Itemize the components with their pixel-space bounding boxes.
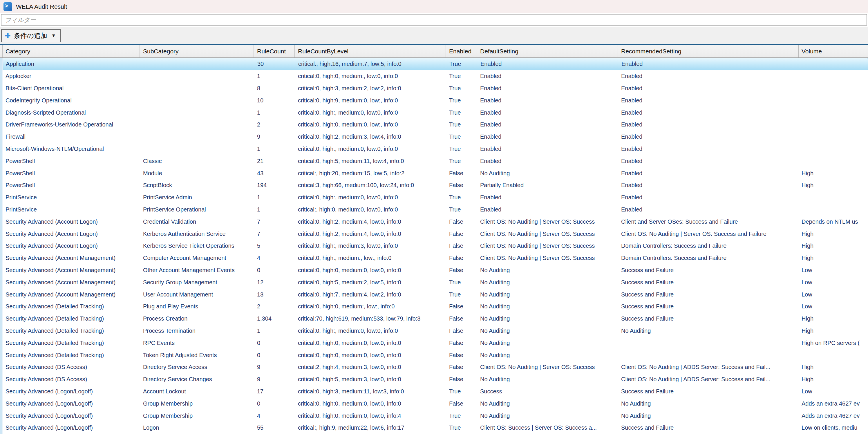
cell-recommendedsetting: Enabled — [618, 83, 799, 95]
cell-enabled: False — [446, 361, 477, 373]
cell-defaultsetting: No Auditing — [477, 398, 618, 410]
table-row[interactable]: Firewall9critical:0, high:2, medium:3, l… — [3, 131, 868, 143]
cell-rulecount: 13 — [254, 288, 295, 301]
column-header-rulecountbylevel[interactable]: RuleCountByLevel — [295, 45, 446, 57]
cell-volume — [799, 155, 868, 167]
cell-subcategory: Process Termination — [140, 325, 254, 337]
table-row[interactable]: Diagnosis-Scripted Operational1critical:… — [3, 106, 868, 119]
column-header-volume[interactable]: Volume — [799, 45, 868, 57]
cell-rulecountbylevel: critical:, high:0, medium:0, low:0, info… — [295, 204, 446, 216]
cell-defaultsetting: Enabled — [477, 131, 618, 143]
table-row[interactable]: DriverFrameworks-UserMode Operational2cr… — [3, 119, 868, 131]
cell-rulecount: 1,304 — [254, 313, 295, 325]
column-header-subcategory[interactable]: SubCategory — [140, 45, 254, 57]
cell-rulecount: 4 — [254, 410, 295, 422]
filter-input[interactable] — [1, 14, 867, 26]
table-row[interactable]: PowerShellScriptBlock194critical:3, high… — [3, 179, 868, 191]
table-row[interactable]: Security Advanced (Detailed Tracking)Plu… — [3, 301, 868, 313]
cell-subcategory: Plug and Play Events — [140, 301, 254, 313]
table-row[interactable]: Security Advanced (Account Logon)Kerbero… — [3, 240, 868, 252]
table-row-selected[interactable]: Application30critical:, high:16, medium:… — [3, 58, 868, 70]
table-row[interactable]: Security Advanced (Account Management)Se… — [3, 276, 868, 288]
cell-subcategory: Security Group Management — [140, 276, 254, 288]
table-row[interactable]: Bits-Client Operational8critical:0, high… — [3, 83, 868, 95]
cell-rulecount: 43 — [254, 167, 295, 179]
cell-rulecount: 9 — [254, 373, 295, 385]
table-row[interactable]: PrintServicePrintService Admin1critical:… — [3, 191, 868, 204]
table-row[interactable]: Security Advanced (Account Logon)Credent… — [3, 216, 868, 228]
cell-rulecountbylevel: critical:0, high:, medium:0, low:0, info… — [295, 325, 446, 337]
column-header-category[interactable]: Category — [3, 45, 140, 57]
column-header-defaultsetting[interactable]: DefaultSetting — [477, 45, 618, 57]
cell-category: PowerShell — [3, 179, 140, 191]
cell-category: Security Advanced (Account Management) — [3, 252, 140, 264]
table-row[interactable]: PowerShellClassic21critical:0, high:5, m… — [3, 155, 868, 167]
cell-rulecountbylevel: critical:0, high:0, medium:0, low:0, inf… — [295, 410, 446, 422]
cell-rulecountbylevel: critical:70, high:619, medium:533, low:7… — [295, 313, 446, 325]
cell-subcategory: Directory Service Changes — [140, 373, 254, 385]
table-row[interactable]: Security Advanced (Detailed Tracking)Pro… — [3, 325, 868, 337]
table-row[interactable]: Security Advanced (Detailed Tracking)RPC… — [3, 337, 868, 349]
cell-rulecountbylevel: critical:0, high:, medium:0, low:0, info… — [295, 191, 446, 204]
column-header-recommendedsetting[interactable]: RecommendedSetting — [618, 45, 799, 57]
cell-rulecountbylevel: critical:0, high:0, medium:0, low:0, inf… — [295, 337, 446, 349]
table-row[interactable]: Microsoft-Windows-NTLM/Operational1criti… — [3, 143, 868, 155]
cell-rulecount: 7 — [254, 228, 295, 240]
cell-defaultsetting: Enabled — [477, 143, 618, 155]
table-row[interactable]: PowerShellModule43critical:, high:20, me… — [3, 167, 868, 179]
cell-recommendedsetting: Enabled — [618, 119, 799, 131]
cell-subcategory — [140, 106, 254, 119]
cell-category: Security Advanced (Account Logon) — [3, 240, 140, 252]
cell-recommendedsetting — [618, 337, 799, 349]
cell-rulecount: 7 — [254, 216, 295, 228]
table-row[interactable]: Security Advanced (Logon/Logoff)Group Me… — [3, 410, 868, 422]
table-row[interactable]: Security Advanced (Logon/Logoff)Group Me… — [3, 398, 868, 410]
table-row[interactable]: Security Advanced (Logon/Logoff)Account … — [3, 385, 868, 398]
column-header-rulecount[interactable]: RuleCount — [254, 45, 295, 57]
column-header-enabled[interactable]: Enabled — [446, 45, 477, 57]
cell-category: Security Advanced (Logon/Logoff) — [3, 422, 140, 434]
cell-enabled: False — [446, 167, 477, 179]
table-row[interactable]: Security Advanced (DS Access)Directory S… — [3, 373, 868, 385]
table-row[interactable]: Security Advanced (DS Access)Directory S… — [3, 361, 868, 373]
cell-enabled: True — [446, 191, 477, 204]
cell-volume: High — [799, 228, 868, 240]
table-row[interactable]: Applocker1critical:0, high:0, medium:, l… — [3, 70, 868, 83]
cell-category: Applocker — [3, 70, 140, 83]
cell-rulecountbylevel: critical:3, high:66, medium:100, low:24,… — [295, 179, 446, 191]
cell-enabled: True — [446, 94, 477, 106]
cell-enabled: False — [446, 240, 477, 252]
cell-category: Microsoft-Windows-NTLM/Operational — [3, 143, 140, 155]
cell-subcategory: ScriptBlock — [140, 179, 254, 191]
cell-rulecount: 10 — [254, 94, 295, 106]
add-condition-button[interactable]: ✚ 条件の追加 ▼ — [1, 29, 61, 42]
cell-rulecount: 55 — [254, 422, 295, 434]
cell-defaultsetting: Enabled — [477, 58, 619, 70]
cell-volume — [799, 204, 868, 216]
cell-subcategory — [140, 70, 254, 83]
cell-enabled: False — [446, 264, 477, 276]
cell-volume — [799, 94, 868, 106]
table-row[interactable]: PrintServicePrintService Operational1cri… — [3, 204, 868, 216]
cell-rulecount: 4 — [254, 252, 295, 264]
table-row[interactable]: Security Advanced (Detailed Tracking)Pro… — [3, 313, 868, 325]
table-row[interactable]: CodeIntegrity Operational10critical:0, h… — [3, 94, 868, 106]
cell-volume — [799, 83, 868, 95]
cell-subcategory: Account Lockout — [140, 385, 254, 398]
table-row[interactable]: Security Advanced (Account Logon)Kerbero… — [3, 228, 868, 240]
cell-rulecountbylevel: critical:0, high:5, medium:11, low:4, in… — [295, 155, 446, 167]
table-row[interactable]: Security Advanced (Logon/Logoff)Logon55c… — [3, 422, 868, 434]
table-row[interactable]: Security Advanced (Account Management)Ot… — [3, 264, 868, 276]
cell-volume: Low — [799, 276, 868, 288]
cell-recommendedsetting: Domain Controllers: Success and Failure — [618, 252, 799, 264]
cell-defaultsetting: No Auditing — [477, 410, 618, 422]
cell-defaultsetting: Enabled — [477, 119, 618, 131]
table-row[interactable]: Security Advanced (Detailed Tracking)Tok… — [3, 349, 868, 361]
cell-subcategory: Computer Account Management — [140, 252, 254, 264]
table-row[interactable]: Security Advanced (Account Management)Us… — [3, 288, 868, 301]
cell-rulecount: 1 — [254, 325, 295, 337]
table-row[interactable]: Security Advanced (Account Management)Co… — [3, 252, 868, 264]
cell-enabled: True — [446, 106, 477, 119]
cell-enabled: True — [446, 143, 477, 155]
cell-subcategory: Directory Service Access — [140, 361, 254, 373]
